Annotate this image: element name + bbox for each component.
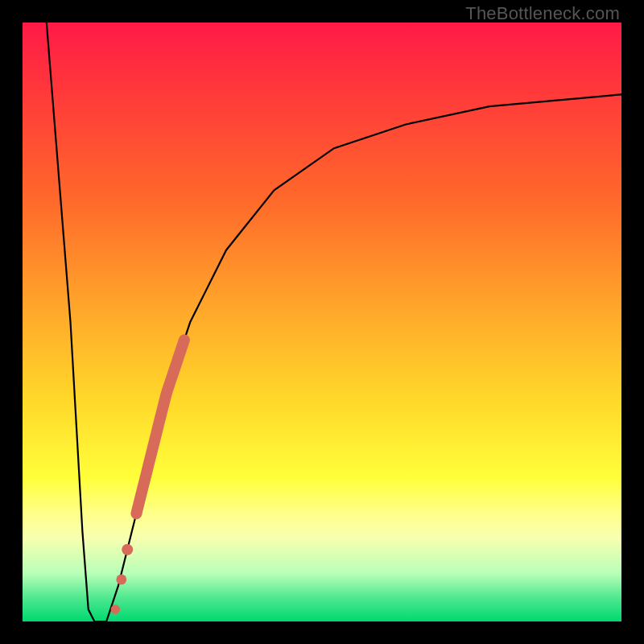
highlight-band-path — [136, 340, 184, 514]
watermark-text: TheBottleneck.com — [465, 3, 620, 24]
highlight-dot — [116, 575, 126, 585]
highlight-dot — [122, 544, 133, 555]
chart-frame: TheBottleneck.com — [0, 0, 644, 644]
bottleneck-curve — [47, 23, 621, 621]
highlight-band — [136, 340, 184, 514]
plot-area — [23, 23, 621, 621]
chart-svg — [23, 23, 621, 621]
highlight-dot — [111, 605, 121, 614]
highlight-dots — [111, 544, 134, 614]
